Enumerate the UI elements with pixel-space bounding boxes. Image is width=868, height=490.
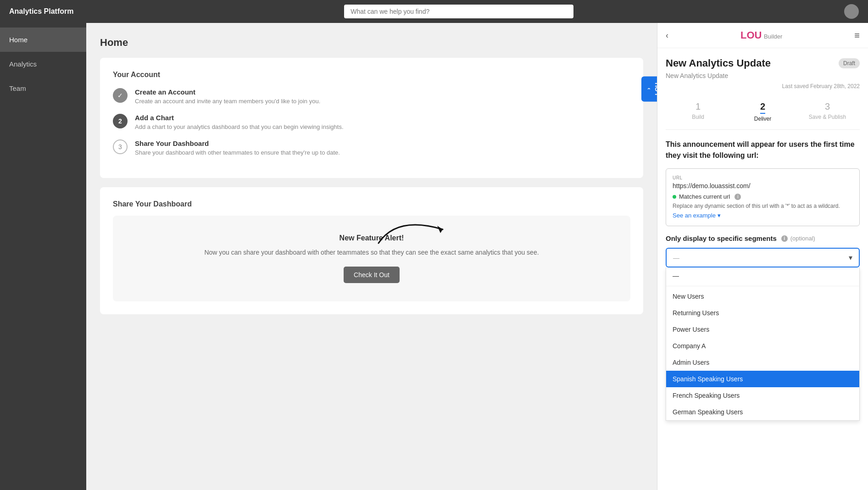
step-nav-build-label: Build: [692, 114, 704, 120]
menu-icon[interactable]: ≡: [854, 30, 860, 41]
step-1-title: Create an Account: [135, 88, 320, 96]
dropdown-item-admin-users[interactable]: Admin Users: [666, 354, 859, 371]
step-nav-publish-num: 3: [825, 101, 830, 112]
chevron-down-icon: ▾: [718, 212, 721, 219]
select-placeholder: —: [673, 254, 679, 262]
dropdown-item-new-users[interactable]: New Users: [666, 288, 859, 305]
step-2-circle: 2: [113, 114, 128, 128]
dropdown-item-french-users[interactable]: French Speaking Users: [666, 387, 859, 404]
chevron-down-icon: ▾: [849, 253, 852, 262]
sidebar-item-home[interactable]: Home: [0, 28, 86, 52]
step-3-title: Share Your Dashboard: [135, 139, 340, 147]
deliver-content: This announcement will appear for users …: [666, 139, 860, 280]
matches-label: Matches current url: [679, 193, 730, 200]
lou-subtitle: New Analytics Update: [666, 72, 860, 79]
topbar-right: [844, 4, 859, 19]
dropdown-item-company-a[interactable]: Company A: [666, 338, 859, 354]
step-nav-publish-label: Save & Publish: [809, 114, 846, 120]
topbar: Analytics Platform: [0, 0, 868, 23]
lou-logo-container: LOU Builder: [740, 29, 782, 41]
announce-tab[interactable]: › LOU: [641, 76, 657, 101]
segments-label: Only display to specific segments i (opt…: [666, 234, 860, 242]
step-1-circle: ✓: [113, 88, 128, 103]
search-input[interactable]: [344, 5, 573, 18]
step-nav-deliver-label: Deliver: [754, 116, 771, 122]
chevron-right-icon: ›: [645, 88, 652, 90]
lou-title-row: New Analytics Update Draft: [666, 57, 860, 69]
avatar: [844, 4, 859, 19]
step-nav-build-num: 1: [696, 101, 701, 112]
dropdown-item-spanish-users[interactable]: Spanish Speaking Users: [666, 371, 859, 387]
lou-panel: ‹ LOU Builder ≡ New Analytics Update Dra…: [657, 23, 868, 490]
lou-logo-suffix: Builder: [764, 33, 782, 40]
dropdown-menu: — New Users Returning Users Power Users …: [666, 267, 860, 421]
step-1: ✓ Create an Account Create an account an…: [113, 88, 630, 105]
url-section: URL https://demo.louassist.com/ Matches …: [666, 168, 860, 226]
share-dashboard-title: Share Your Dashboard: [113, 200, 630, 208]
app-title: Analytics Platform: [9, 7, 73, 16]
step-nav-deliver-num: 2: [760, 101, 765, 114]
select-segments[interactable]: — ▾: [666, 248, 860, 267]
step-2-desc: Add a chart to your analytics dashboard …: [135, 123, 344, 130]
search-container: [344, 5, 573, 18]
lou-panel-title: New Analytics Update: [666, 57, 771, 69]
alert-title: New Feature Alert!: [127, 234, 617, 242]
lou-saved: Last saved February 28th, 2022: [666, 83, 860, 89]
draft-badge: Draft: [839, 58, 860, 68]
page-title: Home: [100, 37, 643, 49]
see-example-link[interactable]: See an example ▾: [673, 212, 721, 219]
step-3: 3 Share Your Dashboard Share your dashbo…: [113, 139, 630, 156]
segments-info-icon: i: [781, 235, 788, 242]
lou-panel-body: New Analytics Update Draft New Analytics…: [657, 48, 868, 490]
back-button[interactable]: ‹: [666, 31, 668, 40]
alert-desc: Now you can share your dashboard with ot…: [127, 248, 617, 257]
layout: Home Analytics Team Home Your Account ✓ …: [0, 23, 868, 490]
step-3-desc: Share your dashboard with other teammate…: [135, 149, 340, 156]
main-content: Home Your Account ✓ Create an Account Cr…: [86, 23, 657, 490]
step-1-content: Create an Account Create an account and …: [135, 88, 320, 105]
sidebar-item-analytics[interactable]: Analytics: [0, 52, 86, 76]
announce-tab-label: LOU: [654, 83, 657, 95]
step-1-desc: Create an account and invite any team me…: [135, 98, 320, 105]
step-3-content: Share Your Dashboard Share your dashboar…: [135, 139, 340, 156]
segments-section: Only display to specific segments i (opt…: [666, 234, 860, 280]
share-inner: New Feature Alert! Now you can share you…: [113, 216, 630, 301]
dropdown-item-german-users[interactable]: German Speaking Users: [666, 404, 859, 420]
wildcard-note: Replace any dynamic section of this url …: [673, 203, 853, 209]
select-wrapper: — ▾ — New Users Returning Users Power Us…: [666, 248, 860, 267]
green-dot-icon: [673, 195, 676, 199]
info-icon: i: [734, 194, 741, 200]
sidebar: Home Analytics Team: [0, 23, 86, 490]
dropdown-item-separator[interactable]: —: [666, 267, 859, 284]
steps-nav: 1 Build 2 Deliver 3 Save & Publish: [666, 97, 860, 130]
deliver-heading: This announcement will appear for users …: [666, 139, 860, 161]
step-2: 2 Add a Chart Add a chart to your analyt…: [113, 114, 630, 130]
step-nav-publish[interactable]: 3 Save & Publish: [795, 101, 860, 120]
optional-label: (optional): [790, 235, 815, 242]
step-nav-deliver[interactable]: 2 Deliver: [730, 101, 795, 122]
dropdown-item-power-users[interactable]: Power Users: [666, 321, 859, 338]
url-match: Matches current url i: [673, 193, 853, 200]
check-it-out-button[interactable]: Check It Out: [344, 267, 400, 283]
step-3-circle: 3: [113, 139, 128, 154]
your-account-title: Your Account: [113, 71, 630, 79]
your-account-card: Your Account ✓ Create an Account Create …: [100, 58, 643, 178]
lou-panel-header: ‹ LOU Builder ≡: [657, 23, 868, 48]
dropdown-separator: [666, 286, 859, 286]
url-label: URL: [673, 175, 853, 180]
url-value: https://demo.louassist.com/: [673, 182, 853, 189]
step-2-title: Add a Chart: [135, 114, 344, 122]
share-dashboard-card: Share Your Dashboard New Feature Alert! …: [100, 187, 643, 314]
lou-logo: LOU: [740, 29, 762, 41]
dropdown-item-returning-users[interactable]: Returning Users: [666, 305, 859, 321]
sidebar-item-team[interactable]: Team: [0, 76, 86, 100]
step-nav-build[interactable]: 1 Build: [666, 101, 730, 120]
step-2-content: Add a Chart Add a chart to your analytic…: [135, 114, 344, 130]
